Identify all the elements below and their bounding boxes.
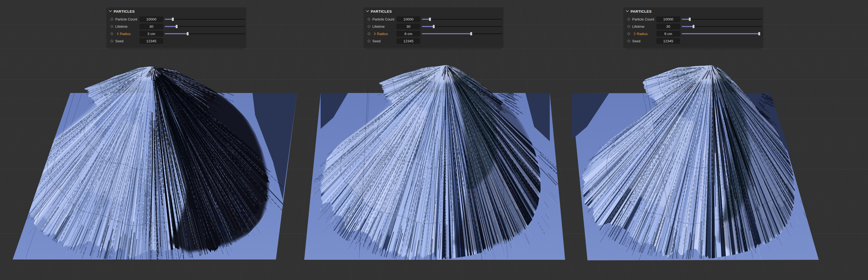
- svg-text:Seed: Seed: [115, 39, 123, 43]
- svg-text:Particle Count: Particle Count: [632, 17, 654, 21]
- svg-text:PARTICLES: PARTICLES: [371, 9, 392, 13]
- svg-text:Particle Count: Particle Count: [115, 17, 137, 21]
- svg-text:10000: 10000: [403, 17, 413, 21]
- svg-text:30: 30: [406, 25, 410, 29]
- svg-text:9 cm: 9 cm: [664, 32, 672, 36]
- svg-text:Radius: Radius: [120, 32, 131, 36]
- svg-text:3 cm: 3 cm: [147, 32, 155, 36]
- svg-text:30: 30: [149, 25, 153, 29]
- svg-text:10000: 10000: [146, 17, 156, 21]
- svg-text:Lifetime: Lifetime: [115, 25, 128, 29]
- svg-text:30: 30: [666, 25, 670, 29]
- svg-text:PARTICLES: PARTICLES: [114, 9, 135, 13]
- svg-text:12345: 12345: [403, 39, 413, 43]
- svg-text:PARTICLES: PARTICLES: [630, 9, 652, 13]
- svg-text:12345: 12345: [146, 39, 156, 43]
- svg-text:Seed: Seed: [372, 39, 380, 43]
- svg-text:Radius: Radius: [637, 32, 648, 36]
- svg-text:Lifetime: Lifetime: [632, 25, 645, 29]
- svg-text:10000: 10000: [663, 17, 673, 21]
- svg-text:6 cm: 6 cm: [404, 32, 412, 36]
- svg-text:Particle Count: Particle Count: [372, 17, 395, 21]
- svg-text:Lifetime: Lifetime: [372, 25, 385, 29]
- svg-text:Radius: Radius: [377, 32, 388, 36]
- svg-text:Seed: Seed: [632, 39, 640, 43]
- svg-text:12345: 12345: [663, 39, 673, 43]
